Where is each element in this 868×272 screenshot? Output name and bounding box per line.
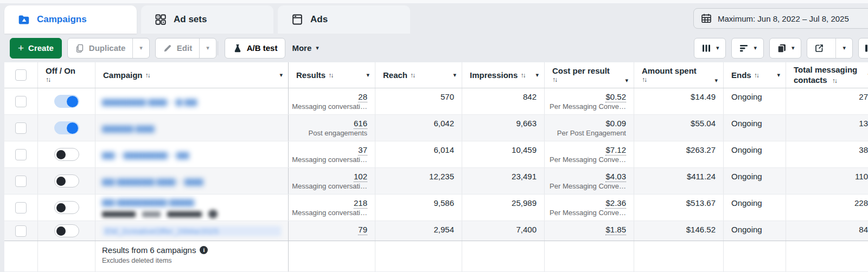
export-dropdown[interactable]: ▾ [835, 38, 852, 58]
campaign-name-redacted[interactable]: ▆▆ ▆▆▆▆▆▆▆▆ ▆▆▆▆ [102, 197, 288, 206]
caret-down-icon[interactable]: ▾ [279, 72, 283, 78]
cost-type-label: Per Post Engagement [548, 129, 626, 137]
cost-per-result-value[interactable]: $0.52 [605, 92, 626, 102]
total-contacts-value: 110 [786, 168, 868, 194]
campaign-toggle[interactable] [54, 224, 79, 237]
campaign-name-redacted[interactable]: ▆▆▆▆▆▆▆ ▆▆▆ – ▆ ▆▆ [102, 96, 288, 106]
off-on-header-label: Off / On [46, 66, 75, 76]
duplicate-button[interactable]: Duplicate [68, 38, 133, 58]
info-icon[interactable]: i [200, 246, 208, 254]
column-header-off-on[interactable]: Off / On ↑↓ [38, 62, 95, 88]
charts-button-partial[interactable] [858, 38, 868, 59]
results-value[interactable]: 28 [358, 92, 367, 102]
export-split-button: ▾ [807, 38, 853, 59]
caret-down-icon: ▾ [316, 45, 319, 51]
caret-down-icon[interactable]: ▾ [535, 72, 539, 78]
table-row: ▆▆ ▆▆▆▆▆▆ ▆▆▆ – ▆▆▆ 102Messaging convers… [4, 168, 868, 195]
export-icon [814, 43, 825, 54]
ends-value: Ongoing [724, 115, 786, 141]
caret-down-icon[interactable]: ▾ [714, 77, 718, 83]
duplicate-dropdown[interactable]: ▾ [132, 38, 149, 58]
folder-icon [17, 13, 30, 26]
column-header-ends[interactable]: Ends ↑↓ ▾ [724, 62, 786, 88]
column-header-results[interactable]: Results ↑↓ ▾ [289, 62, 375, 88]
cost-type-label: Per Messaging Conve… [548, 209, 626, 217]
export-button[interactable] [807, 38, 831, 58]
caret-down-icon[interactable]: ▾ [453, 72, 456, 78]
amount-spent-value: $146.52 [634, 221, 724, 241]
caret-down-icon[interactable]: ▾ [777, 72, 780, 78]
ads-manager-screen: Campaigns Ad sets Ads Maximum: Jun 8, 20… [0, 0, 868, 272]
date-range-button[interactable]: Maximum: Jun 8, 2022 – Jul 8, 2025 [693, 8, 868, 29]
campaign-toggle[interactable] [54, 121, 79, 134]
campaign-name-redacted[interactable]: ▆▆ – ▆▆▆▆▆▆▆ – ▆▆ [102, 150, 288, 159]
reach-value: 12,235 [375, 168, 462, 194]
more-button[interactable]: More ▾ [285, 38, 325, 59]
row-checkbox[interactable] [15, 202, 27, 213]
caret-down-icon: ▾ [843, 45, 846, 51]
plus-icon: + [18, 43, 24, 53]
campaign-header-label: Campaign [103, 70, 143, 80]
column-header-total-messaging-contacts[interactable]: Total messaging contacts ↑↓ ▾ [786, 62, 868, 88]
ab-test-button-label: A/B test [247, 43, 278, 53]
cost-type-label: Per Messaging Conve… [548, 182, 626, 190]
cost-per-result-value[interactable]: $2.36 [605, 198, 626, 209]
cost-per-result-value[interactable]: $0.09 [605, 119, 626, 128]
select-all-checkbox[interactable] [15, 69, 27, 81]
edit-dropdown[interactable]: ▾ [199, 38, 216, 58]
caret-down-icon: ▾ [716, 45, 719, 51]
sort-icon: ↑↓ [832, 77, 837, 85]
column-header-campaign[interactable]: Campaign ↑↓ ▾ [95, 62, 289, 88]
table-row: ▆▆ – ▆▆▆▆▆▆▆ – ▆▆ 37Messaging conversati… [4, 141, 868, 168]
impressions-header-label: Impressions [470, 70, 518, 80]
row-checkbox[interactable] [15, 149, 27, 160]
ends-value: Ongoing [724, 195, 786, 221]
cost-per-result-value[interactable]: $7.12 [605, 145, 626, 156]
results-value[interactable]: 37 [358, 145, 367, 156]
campaign-name-redacted[interactable]: ▆▆ ▆▆▆▆▆▆ ▆▆▆ – ▆▆▆ [102, 176, 288, 186]
results-value[interactable]: 79 [358, 225, 367, 235]
toggle-knob [67, 96, 78, 107]
tab-campaigns[interactable]: Campaigns [4, 5, 137, 34]
column-header-cost-per-result[interactable]: Cost per result ↑↓ ▾ [545, 62, 634, 88]
campaign-toggle[interactable] [54, 201, 79, 214]
tab-ad-sets[interactable]: Ad sets [141, 5, 273, 34]
columns-button[interactable]: ▾ [694, 38, 726, 59]
results-value[interactable]: 102 [354, 172, 367, 182]
row-checkbox[interactable] [15, 96, 27, 107]
results-type-label: Post engagements [292, 129, 367, 137]
breakdown-button[interactable]: ▾ [731, 38, 764, 59]
cost-per-result-value[interactable]: $4.03 [605, 172, 626, 182]
row-checkbox[interactable] [15, 122, 27, 134]
create-button[interactable]: + Create [10, 38, 62, 59]
date-range-label: Maximum: Jun 8, 2022 – Jul 8, 2025 [718, 14, 849, 23]
reports-button[interactable]: ▾ [769, 38, 802, 59]
campaign-name-redacted[interactable]: ▆▆▆▆▆ ▆▆▆ [102, 123, 288, 133]
column-header-impressions[interactable]: Impressions ↑↓ ▾ [462, 62, 545, 88]
cost-header-label: Cost per result [552, 66, 610, 76]
page-icon [291, 13, 304, 26]
ab-test-button[interactable]: A/B test [225, 38, 286, 59]
ends-value: Ongoing [724, 221, 786, 241]
campaign-toggle[interactable] [54, 148, 79, 161]
caret-down-icon[interactable]: ▾ [366, 72, 369, 78]
column-header-amount-spent[interactable]: Amount spent ↑↓ ▾ [634, 62, 724, 88]
cost-per-result-value[interactable]: $1.85 [605, 225, 626, 235]
row-checkbox[interactable] [15, 225, 27, 237]
amount-header-label: Amount spent [642, 66, 697, 76]
campaign-name-redacted[interactable]: EM_2creativeOffer_26Mar2025 [102, 226, 281, 236]
toggle-knob [56, 203, 66, 212]
impressions-value: 9,663 [462, 115, 545, 141]
reach-header-label: Reach [383, 70, 407, 80]
edit-button[interactable]: Edit [156, 38, 199, 58]
results-type-label: Messaging conversati… [292, 102, 367, 111]
total-contacts-value: 27 [786, 88, 868, 114]
column-header-reach[interactable]: Reach ↑↓ ▾ [375, 62, 462, 88]
tab-ads[interactable]: Ads [278, 5, 410, 34]
row-checkbox[interactable] [15, 176, 27, 187]
campaign-toggle[interactable] [54, 95, 79, 108]
results-value[interactable]: 616 [354, 119, 367, 129]
campaign-toggle[interactable] [54, 174, 79, 187]
results-value[interactable]: 218 [354, 198, 367, 209]
caret-down-icon[interactable]: ▾ [625, 77, 628, 83]
